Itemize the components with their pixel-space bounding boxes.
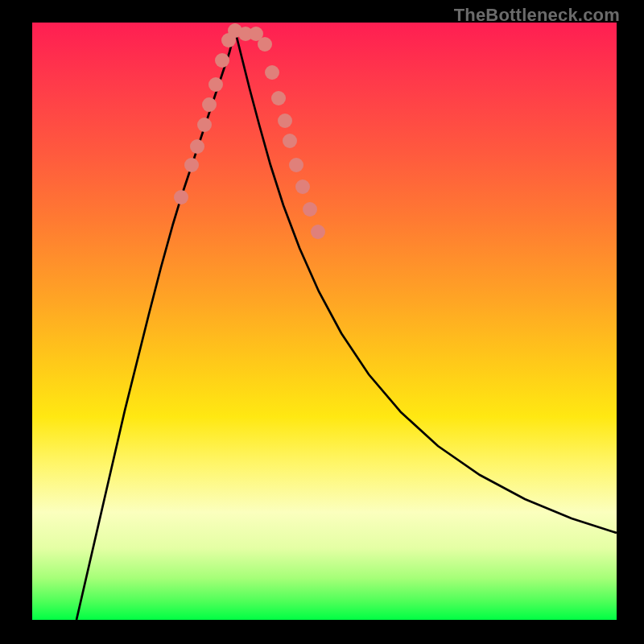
highlight-dot — [258, 37, 272, 52]
highlight-dot — [184, 158, 199, 172]
highlight-dot — [303, 202, 317, 217]
highlight-dot — [278, 114, 292, 128]
highlight-dot — [295, 180, 310, 194]
highlight-dot — [265, 65, 279, 80]
highlight-dot — [174, 190, 188, 204]
left-curve — [76, 31, 235, 620]
highlight-dot — [190, 139, 204, 154]
right-curve — [235, 31, 617, 533]
highlight-dot — [215, 53, 229, 68]
highlight-dot — [208, 77, 223, 92]
highlight-dot — [283, 134, 297, 148]
highlight-dot — [197, 118, 212, 132]
highlight-dots — [174, 23, 325, 239]
highlight-dot — [271, 91, 286, 105]
highlight-dot — [202, 97, 217, 112]
curves-svg — [32, 23, 617, 620]
highlight-dot — [289, 158, 303, 172]
chart-frame: TheBottleneck.com — [0, 0, 644, 644]
plot-area — [32, 23, 617, 620]
watermark-text: TheBottleneck.com — [454, 5, 620, 26]
highlight-dot — [311, 225, 325, 239]
